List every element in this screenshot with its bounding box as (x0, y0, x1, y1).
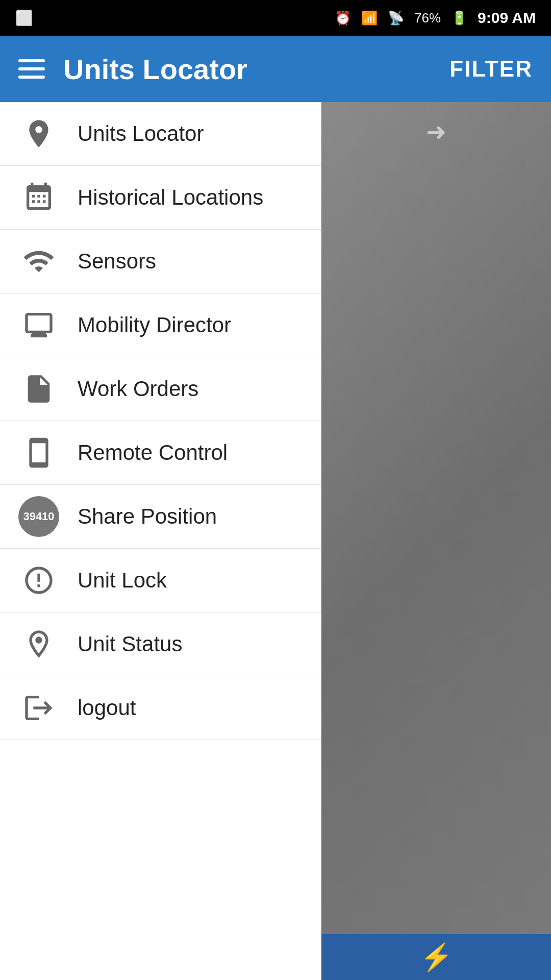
sidebar-item-work-orders[interactable]: Work Orders (0, 357, 321, 421)
waves-icon (18, 241, 59, 282)
pin-outline-icon (18, 624, 59, 665)
sidebar-item-historical-locations[interactable]: Historical Locations (0, 166, 321, 230)
alarm-icon: ⏰ (335, 10, 351, 26)
sidebar-item-unit-status[interactable]: Unit Status (0, 612, 321, 676)
monitor-icon (18, 305, 59, 346)
calendar-grid-icon (18, 177, 59, 218)
sidebar-item-label: Mobility Director (78, 313, 231, 337)
app-bar: Units Locator FILTER (0, 36, 551, 102)
map-arrow-icon: ➜ (426, 117, 446, 146)
photo-icon: ⬜ (15, 10, 33, 27)
sidebar-item-units-locator[interactable]: Units Locator (0, 102, 321, 166)
phone-icon (18, 432, 59, 473)
sidebar-item-label: Unit Status (78, 632, 182, 656)
sidebar: Units Locator Historical Locations Senso… (0, 102, 321, 980)
badge-icon: 39410 (18, 496, 59, 537)
sidebar-item-label: Unit Lock (78, 568, 167, 593)
sidebar-footer (0, 740, 321, 893)
map-background (321, 102, 551, 980)
filter-button[interactable]: FILTER (449, 56, 533, 82)
sidebar-item-share-position[interactable]: 39410 Share Position (0, 485, 321, 549)
sidebar-item-remote-control[interactable]: Remote Control (0, 421, 321, 485)
logout-icon (18, 688, 59, 728)
status-bar: ⬜ ⏰ 📶 📡 76% 🔋 9:09 AM (0, 0, 551, 36)
pin-icon (18, 113, 59, 154)
sidebar-item-sensors[interactable]: Sensors (0, 230, 321, 293)
status-time: 9:09 AM (478, 9, 536, 27)
map-bottom-bar: ⚡ (321, 934, 551, 980)
sidebar-item-mobility-director[interactable]: Mobility Director (0, 293, 321, 357)
hamburger-line-1 (18, 59, 45, 62)
sidebar-item-label: Sensors (78, 249, 156, 274)
wifi-icon: 📶 (361, 10, 378, 26)
lightning-icon: ⚡ (420, 942, 453, 973)
document-list-icon (18, 369, 59, 409)
sidebar-item-label: Units Locator (78, 121, 204, 146)
badge-text: 39410 (23, 510, 54, 523)
sidebar-item-label: Remote Control (78, 440, 228, 465)
app-title: Units Locator (63, 53, 449, 86)
sidebar-item-label: logout (78, 696, 136, 720)
battery-percent: 76% (414, 10, 441, 26)
sidebar-item-label: Work Orders (78, 377, 198, 401)
battery-icon: 🔋 (451, 10, 467, 26)
map-area: ➜ ⚡ (321, 102, 551, 980)
signal-icon: 📡 (388, 10, 404, 26)
sidebar-item-label: Share Position (78, 504, 217, 529)
sidebar-item-label: Historical Locations (78, 185, 263, 210)
hamburger-line-2 (18, 67, 45, 70)
compass-icon (18, 560, 59, 601)
hamburger-line-3 (18, 76, 45, 79)
sidebar-item-logout[interactable]: logout (0, 676, 321, 740)
content-area: Units Locator Historical Locations Senso… (0, 102, 551, 980)
sidebar-item-unit-lock[interactable]: Unit Lock (0, 549, 321, 612)
hamburger-button[interactable] (18, 59, 45, 79)
